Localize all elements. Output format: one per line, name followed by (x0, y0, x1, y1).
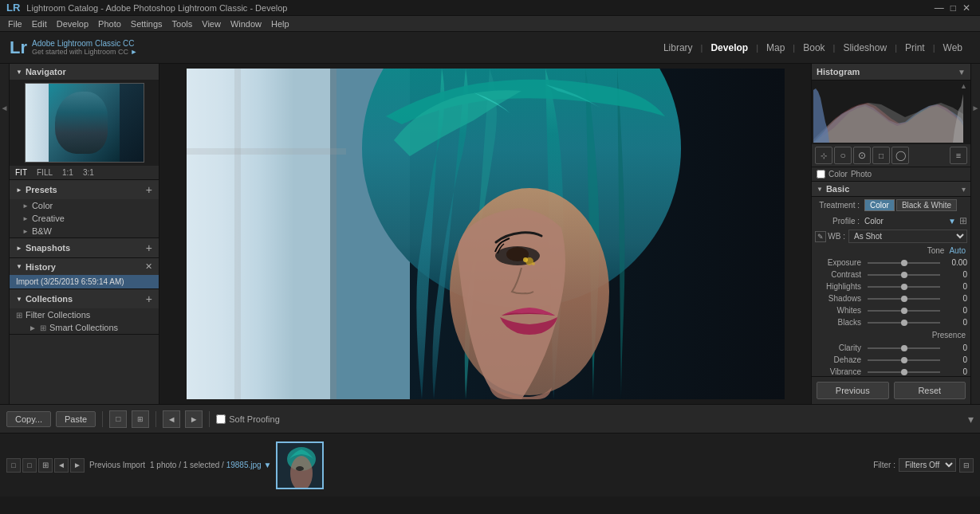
histogram-header[interactable]: Histogram ▼ (812, 64, 970, 80)
nav-link-book[interactable]: Book (795, 39, 832, 57)
tone-auto-btn[interactable]: Auto (949, 246, 966, 255)
filmstrip-prev-btn[interactable]: ◄ (54, 458, 69, 473)
clarity-slider[interactable] (868, 347, 940, 349)
collections-label: Collections (26, 294, 146, 304)
menu-view[interactable]: View (197, 19, 226, 29)
collection-filter[interactable]: ⊞ Filter Collections (10, 308, 159, 321)
nav-link-web[interactable]: Web (935, 39, 970, 57)
preset-creative[interactable]: ► Creative (10, 212, 159, 225)
right-collapse-strip[interactable]: ► (970, 64, 980, 404)
history-item-import[interactable]: Import (3/25/2019 6:59:14 AM) (10, 275, 159, 288)
nav-link-develop[interactable]: Develop (703, 39, 756, 57)
menu-photo[interactable]: Photo (93, 19, 126, 29)
filmstrip-btn2[interactable]: □ (22, 458, 37, 473)
treatment-bw-btn[interactable]: Black & White (896, 199, 957, 211)
view-btn1[interactable]: □ (109, 410, 127, 428)
nav-link-print[interactable]: Print (897, 39, 933, 57)
nav-link-library[interactable]: Library (655, 39, 701, 57)
nav-next-btn[interactable]: ► (185, 410, 203, 428)
collections-add-btn[interactable]: + (146, 292, 152, 305)
radial-filter-tool[interactable]: ◯ (891, 147, 909, 164)
menu-edit[interactable]: Edit (27, 19, 52, 29)
right-panel: Histogram ▼ (811, 64, 970, 404)
nav-fit-btn[interactable]: FIT (13, 167, 30, 178)
profile-dropdown[interactable]: ▼ (948, 217, 956, 226)
navigator-header[interactable]: ▼ Navigator (10, 64, 159, 80)
view-btn2[interactable]: ⊞ (132, 410, 149, 428)
reset-btn[interactable]: Reset (894, 382, 966, 399)
basic-expand[interactable]: ▾ (962, 185, 966, 194)
menu-settings[interactable]: Settings (126, 19, 167, 29)
nav-prev-btn[interactable]: ◄ (163, 410, 180, 428)
history-header[interactable]: ▼ History ✕ (10, 258, 159, 275)
copy-btn[interactable]: Copy... (6, 411, 51, 427)
nav-link-map[interactable]: Map (758, 39, 793, 57)
wb-select[interactable]: As Shot (848, 230, 967, 243)
filmstrip-btn1[interactable]: □ (6, 458, 21, 473)
exposure-value: 0.00 (943, 258, 967, 267)
presets-add-btn[interactable]: + (146, 183, 152, 196)
chevron-down-icon[interactable]: ▾ (968, 413, 974, 426)
snapshots-add-btn[interactable]: + (146, 241, 152, 254)
nav-3to1-btn[interactable]: 3:1 (81, 167, 96, 178)
profile-grid-icon[interactable]: ⊞ (959, 215, 967, 226)
svg-rect-5 (187, 148, 346, 155)
history-close-btn[interactable]: ✕ (145, 261, 152, 272)
vibrance-row: Vibrance 0 (812, 366, 970, 376)
preset-color[interactable]: ► Color (10, 199, 159, 212)
basic-section-header[interactable]: ▼ Basic ▾ (812, 182, 970, 197)
nav-1to1-btn[interactable]: 1:1 (60, 167, 76, 178)
vibrance-slider[interactable] (868, 371, 940, 373)
snapshots-header[interactable]: ► Snapshots + (10, 238, 159, 257)
menu-window[interactable]: Window (226, 19, 266, 29)
win-close[interactable]: ✕ (962, 2, 970, 14)
win-minimize[interactable]: — (935, 2, 944, 14)
menu-help[interactable]: Help (266, 19, 294, 29)
brand-bottom[interactable]: Get started with Lightroom CC ► (32, 48, 138, 56)
filter-dropdown[interactable]: Filters Off (899, 458, 956, 472)
menu-bar: File Edit Develop Photo Settings Tools V… (0, 16, 980, 32)
redeye-tool[interactable]: ⊙ (853, 147, 871, 164)
menu-file[interactable]: File (3, 19, 27, 29)
healing-tool[interactable]: ○ (834, 147, 852, 164)
win-maximize[interactable]: □ (950, 2, 956, 14)
treatment-color-btn[interactable]: Color (864, 199, 895, 211)
panel-options[interactable]: ≡ (950, 147, 967, 164)
highlights-slider[interactable] (868, 286, 940, 288)
exposure-slider[interactable] (868, 262, 940, 264)
collection-smart[interactable]: ► ⊞ Smart Collections (10, 321, 159, 334)
filmstrip-grid-btn[interactable]: ⊞ (38, 458, 53, 473)
previous-btn[interactable]: Previous (817, 382, 889, 399)
presets-header[interactable]: ► Presets + (10, 180, 159, 199)
filmstrip-filename-arrow[interactable]: ▼ (263, 461, 271, 469)
top-nav: Lr Adobe Lightroom Classic CC Get starte… (0, 32, 980, 64)
tool-icons-row: ⊹ ○ ⊙ □ ◯ ≡ (812, 144, 970, 167)
basic-label: Basic (826, 184, 962, 194)
menu-develop[interactable]: Develop (52, 19, 93, 29)
wb-picker-tool[interactable]: ✎ (815, 231, 826, 242)
nav-link-slideshow[interactable]: Slideshow (835, 39, 895, 57)
paste-btn[interactable]: Paste (56, 411, 96, 427)
shadows-slider[interactable] (868, 298, 940, 300)
filmstrip-frame[interactable] (276, 441, 324, 489)
whites-slider[interactable] (868, 310, 940, 312)
clarity-value: 0 (943, 343, 967, 352)
filter-settings-btn[interactable]: ⊟ (959, 458, 974, 473)
menu-tools[interactable]: Tools (167, 19, 198, 29)
histogram-expand[interactable]: ▼ (958, 68, 966, 77)
collections-header[interactable]: ▼ Collections + (10, 289, 159, 308)
dehaze-slider[interactable] (868, 359, 940, 361)
nav-fill-btn[interactable]: FILL (34, 167, 55, 178)
snapshots-section: ► Snapshots + (10, 238, 159, 258)
filmstrip-filename[interactable]: 19885.jpg (226, 461, 262, 469)
blacks-slider[interactable] (868, 322, 940, 324)
left-collapse-strip[interactable]: ◄ (0, 64, 10, 404)
original-photo-checkbox[interactable] (817, 170, 825, 179)
filmstrip-next-btn[interactable]: ► (70, 458, 85, 473)
main-layout: ◄ ▼ Navigator (0, 64, 980, 404)
crop-tool[interactable]: ⊹ (815, 147, 832, 164)
soft-proofing-checkbox[interactable] (216, 414, 226, 424)
contrast-slider[interactable] (868, 274, 940, 276)
preset-bw[interactable]: ► B&W (10, 225, 159, 237)
graduated-filter-tool[interactable]: □ (872, 147, 890, 164)
